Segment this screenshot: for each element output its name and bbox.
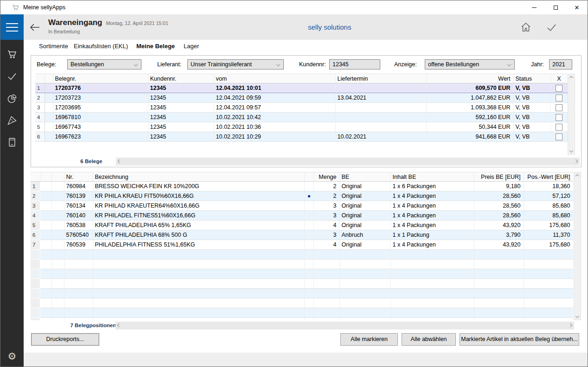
marked-dot-icon [308, 195, 310, 197]
be-cell: Original [339, 201, 390, 211]
empty-row [31, 250, 573, 259]
belegnr-cell: 16967743 [53, 122, 148, 132]
belege-row[interactable]: 2172037231234512.04.2021 09:5913.04.2021… [35, 93, 568, 103]
row-checkbox[interactable] [556, 95, 562, 101]
belegnr-cell: 16967810 [53, 113, 148, 122]
row-checkbox[interactable] [556, 133, 562, 140]
col-inhalt-be[interactable]: Inhalt BE [390, 172, 474, 182]
belegnr-cell: 17203723 [53, 93, 148, 103]
lieferant-filter-label: Lieferant: [157, 61, 181, 68]
footer-strip [24, 353, 588, 367]
col-vom[interactable]: vom [214, 74, 335, 83]
scroll-up-icon[interactable] [569, 76, 573, 80]
scroll-right-icon[interactable] [574, 159, 578, 163]
window-title: Meine sellyApps [23, 4, 65, 11]
pos-wert-cell: 57,120 [524, 191, 573, 201]
col-menge[interactable]: Menge [313, 172, 339, 182]
maximize-button[interactable] [545, 0, 566, 14]
row-checkbox[interactable] [556, 104, 562, 111]
home-button[interactable] [520, 22, 531, 33]
settings-button[interactable]: ⚙ [6, 351, 19, 362]
back-button[interactable] [28, 21, 41, 34]
wert-cell: 609,570 EUR [426, 83, 513, 93]
uebernehmen-button[interactable]: Markierte Artikel in aktuellen Beleg übe… [460, 333, 579, 346]
belege-row[interactable]: 6169676231234510.02.2021 10:2910.02.2021… [35, 132, 568, 142]
artikelnr-cell: 760140 [64, 211, 93, 221]
anzeige-dropdown[interactable]: offene Bestellungen [425, 59, 515, 70]
preis-be-cell: 28,560 [474, 191, 524, 201]
position-row[interactable]: 1760984BRESSO WEICHKA FEIN KR 10%200G2Or… [31, 182, 573, 191]
druckreports-button[interactable]: Druckreports... [31, 333, 99, 346]
page-status: In Bearbeitung [48, 29, 168, 34]
row-checkbox[interactable] [556, 124, 562, 131]
alle-markieren-button[interactable]: Alle markieren [340, 333, 398, 346]
minimize-button[interactable] [524, 0, 545, 14]
belege-vertical-scrollbar[interactable] [568, 74, 575, 155]
belege-row[interactable]: 1172037761234512.04.2021 10:01609,570 EU… [35, 83, 568, 93]
scroll-left-icon[interactable] [118, 159, 121, 163]
belegnr-cell: 17203695 [53, 103, 148, 113]
col-bezeichnung[interactable]: Bezeichnung [93, 172, 304, 182]
scroll-down-icon[interactable] [569, 149, 573, 152]
col-wert[interactable]: Wert [426, 74, 513, 83]
artikelnr-cell: 760139 [64, 191, 93, 201]
col-kundennr[interactable]: Kundennr. [148, 74, 214, 83]
menu-button[interactable] [0, 14, 24, 40]
col-status[interactable]: Status [513, 74, 550, 83]
alle-abwaehlen-button[interactable]: Alle abwählen [402, 333, 456, 346]
app-header: Wareneingang Montag, 12. April 2021 15:0… [0, 14, 588, 40]
jahr-input[interactable] [549, 59, 572, 70]
row-checkbox[interactable] [556, 85, 562, 92]
col-liefertermin[interactable]: Liefertermin [335, 74, 426, 83]
empty-row [31, 298, 573, 308]
liefertermin-cell [335, 122, 426, 132]
col-pos-wert[interactable]: Pos.-Wert [EUR] [524, 172, 573, 182]
sidebar-item-catalog[interactable] [6, 137, 18, 148]
close-button[interactable]: ✕ [566, 0, 588, 14]
belege-horizontal-scrollbar[interactable] [116, 158, 580, 165]
col-x[interactable]: X [550, 74, 568, 83]
gear-icon: ⚙ [8, 351, 17, 361]
position-row[interactable]: 3760134KR PHILAD KRAEUTER64%60X16,66G3Or… [31, 201, 573, 211]
wert-cell: 592,160 EUR [426, 113, 513, 122]
vom-cell: 12.04.2021 09:59 [214, 93, 335, 103]
row-number: 1 [31, 182, 40, 191]
scroll-down-icon[interactable] [575, 314, 579, 318]
scroll-up-icon[interactable] [575, 174, 579, 178]
minimize-icon [532, 7, 537, 8]
col-nr[interactable]: Nr. [64, 172, 93, 182]
lieferant-dropdown[interactable]: Unser Trainingslieferant [187, 59, 284, 70]
tab-meine-belege[interactable]: Meine Belege [136, 43, 175, 50]
tab-sortimente[interactable]: Sortimente [39, 43, 68, 50]
position-row[interactable]: 7760539PHILADELPHIA FITNESS 51%1,65KG4Or… [31, 240, 573, 250]
col-be[interactable]: BE [339, 172, 390, 182]
sidebar-item-tasks[interactable] [6, 71, 18, 82]
kundennr-input[interactable] [329, 59, 380, 70]
belege-row[interactable]: 5169677431234510.02.2021 10:3650,344 EUR… [35, 122, 568, 132]
tab-einkaufslisten[interactable]: Einkaufslisten (EKL) [74, 43, 128, 50]
sidebar-item-products[interactable] [6, 115, 18, 126]
belege-dropdown[interactable]: Bestellungen [67, 59, 141, 70]
belege-filter-label: Belege: [37, 61, 56, 68]
position-row[interactable]: 65760540KRAFT PHILADELPHIA 68% 500 G3Anb… [31, 230, 573, 240]
artikelnr-cell: 760539 [64, 240, 93, 250]
positionen-vertical-scrollbar[interactable] [574, 172, 581, 320]
belege-row[interactable]: 4169678101234510.02.2021 10:42592,160 EU… [35, 113, 568, 122]
belege-row[interactable]: 3172036951234512.04.2021 09:571.093,368 … [35, 103, 568, 113]
sidebar-item-statistics[interactable] [6, 93, 18, 104]
confirm-button[interactable] [546, 22, 557, 33]
scroll-left-icon[interactable] [117, 323, 121, 327]
vom-cell: 10.02.2021 10:29 [214, 132, 335, 142]
sidebar-item-cart[interactable] [6, 49, 18, 60]
position-row[interactable]: 5760538KRAFT PHILADELPHIA 65% 1,65KG4Ori… [31, 221, 573, 230]
col-belegnr[interactable]: Belegnr. [53, 74, 148, 83]
vom-cell: 12.04.2021 10:01 [214, 83, 335, 93]
positionen-horizontal-scrollbar[interactable] [115, 322, 574, 329]
tab-lager[interactable]: Lager [184, 43, 199, 50]
col-preis-be[interactable]: Preis BE [EUR] [474, 172, 524, 182]
home-icon [520, 22, 531, 33]
row-checkbox[interactable] [556, 114, 562, 121]
position-row[interactable]: 4760140KR PHILADEL FITNES51%60X16,66G3Or… [31, 211, 573, 221]
scroll-right-icon[interactable] [569, 323, 572, 327]
position-row[interactable]: 2760139KR PHILA KRAEU FIT50%60X16,66G2Or… [31, 191, 573, 201]
